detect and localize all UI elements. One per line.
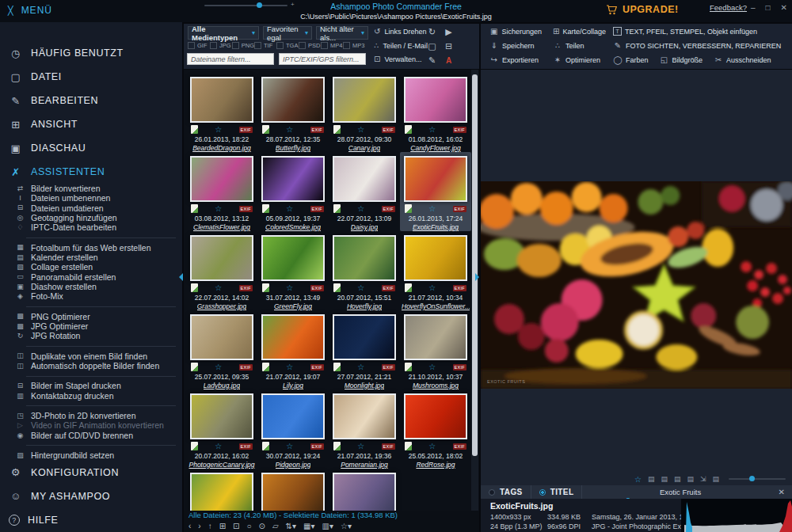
close-panel-icon[interactable]: ✕ bbox=[779, 488, 792, 496]
thumb-grasshopper-jpg[interactable]: ☆EXIF22.07.2012, 14:02Grasshopper.jpg bbox=[186, 231, 257, 310]
optimieren-button[interactable]: ✶Optimieren bbox=[553, 55, 602, 64]
thumbnail-image[interactable] bbox=[333, 156, 396, 202]
sidebar-item-konfiguration[interactable]: ⚙KONFIGURATION bbox=[0, 461, 182, 484]
thumbnail-image[interactable] bbox=[261, 473, 325, 511]
thumbnail-filename[interactable]: Butterfly.jpg bbox=[276, 144, 310, 152]
manage-button[interactable]: ⊡ Verwalten... bbox=[374, 55, 421, 63]
favorite-star-icon[interactable]: ☆ bbox=[428, 443, 436, 450]
speichern-button[interactable]: ⇓Speichern bbox=[489, 41, 542, 50]
bildgrosse-button[interactable]: ◱Bildgröße bbox=[660, 55, 703, 64]
sidebar-item-haufig-benutzt[interactable]: ◷HÄUFIG BENUTZT bbox=[0, 41, 182, 65]
ausschneiden-button[interactable]: ✂Ausschneiden bbox=[714, 55, 771, 64]
thumb-redrose-jpg[interactable]: ☆EXIF25.05.2012, 18:02RedRose.jpg bbox=[400, 390, 471, 469]
thumbnail-size-slider[interactable] bbox=[204, 5, 287, 6]
maximize-button[interactable]: □ bbox=[766, 3, 771, 12]
histogram-panel-icon[interactable]: ▤ bbox=[661, 475, 668, 483]
filetype-checkbox-mp4[interactable]: MP4 bbox=[321, 42, 343, 49]
favorite-star-icon[interactable]: ☆ bbox=[428, 126, 436, 134]
sidebar-item-diaschau[interactable]: ▣DIASCHAU bbox=[0, 136, 182, 160]
tile-view-icon[interactable]: ⊞ bbox=[219, 522, 226, 530]
thumbnail-filename[interactable]: ClematisFlower.jpg bbox=[193, 223, 250, 231]
thumbnail-image[interactable] bbox=[333, 473, 396, 511]
sidebar-item-duplikate-von-einem-bild-finden[interactable]: ◫Duplikate von einem Bild finden bbox=[0, 352, 182, 361]
sidebar-item-datei[interactable]: ▢DATEI bbox=[0, 65, 182, 89]
thumb-butterfly-jpg[interactable]: ☆EXIF28.07.2012, 12:35Butterfly.jpg bbox=[257, 73, 329, 152]
thumb-daisy-jpg[interactable]: ☆EXIF22.07.2012, 13:09Daisy.jpg bbox=[329, 152, 400, 231]
favorite-star-icon[interactable]: ☆ bbox=[215, 205, 222, 213]
sidebar-item-foto-mix[interactable]: ◈Foto-Mix bbox=[0, 291, 182, 301]
fit-view-icon[interactable]: ⊡ bbox=[233, 522, 239, 530]
favorite-star-icon[interactable]: ☆ bbox=[357, 205, 364, 213]
grid-scrollbar-thumb[interactable] bbox=[472, 74, 478, 456]
thumb-mushrooms-jpg[interactable]: ☆EXIF21.10.2012, 10:37Mushrooms.jpg bbox=[400, 310, 471, 390]
new-file-icon[interactable]: ▢ bbox=[428, 41, 436, 51]
thumbnail-image[interactable] bbox=[404, 393, 467, 439]
thumbnail-filename[interactable]: PhotogenicCanary.jpg bbox=[188, 461, 254, 469]
print-icon[interactable]: ⊟ bbox=[445, 41, 452, 51]
folder-icon[interactable]: ▱ bbox=[272, 522, 279, 530]
tab-tags[interactable]: TAGS bbox=[481, 485, 531, 499]
sort-icon[interactable]: ⇅▾ bbox=[286, 522, 296, 530]
thumbnail-filename[interactable]: CandyFlower.jpg bbox=[410, 144, 460, 152]
favorite-star-icon[interactable]: ☆ bbox=[215, 443, 222, 450]
filter-dropdown-alle-medientypen[interactable]: Alle Medientypen▾ bbox=[188, 26, 259, 40]
filetype-checkbox-png[interactable]: PNG bbox=[232, 42, 254, 49]
favorite-star-icon[interactable]: ☆ bbox=[215, 284, 222, 292]
thumbnail-filename[interactable]: ExoticFruits.jpg bbox=[413, 223, 459, 231]
sidebar-item-kontaktabzug-drucken[interactable]: ▥Kontaktabzug drucken bbox=[0, 391, 182, 401]
info-panel-icon[interactable]: ▤ bbox=[674, 475, 681, 483]
thumbnail-filename[interactable]: Mushrooms.jpg bbox=[413, 382, 459, 390]
thumb-ladybug-jpg[interactable]: ☆EXIF25.07.2012, 09:35Ladybug.jpg bbox=[186, 310, 257, 390]
thumbnail-image[interactable] bbox=[333, 393, 396, 439]
sidebar-item-bilder-im-stapel-drucken[interactable]: ⊟Bilder im Stapel drucken bbox=[0, 382, 182, 391]
sidebar-item-jpg-optimierer[interactable]: ▩JPG Optimierer bbox=[0, 321, 182, 331]
thumb-photogeniccanary-jpg[interactable]: ☆EXIF20.07.2012, 16:02PhotogenicCanary.j… bbox=[186, 390, 257, 469]
sidebar-item-ansicht[interactable]: ⊞ANSICHT bbox=[0, 112, 182, 136]
sidebar-item-geotagging-hinzufugen[interactable]: ◎Geotagging hinzufügen bbox=[0, 213, 182, 222]
thumbnail-filename[interactable]: Hoverfly.jpg bbox=[347, 302, 382, 310]
thumbnail-image[interactable] bbox=[404, 314, 467, 360]
feedback-link[interactable]: Feedback? bbox=[710, 3, 747, 12]
sidebar-item-jpg-rotation[interactable]: ↻JPG Rotation bbox=[0, 331, 182, 340]
thumb-partial[interactable]: ☆EXIF bbox=[257, 469, 329, 511]
thumb-partial[interactable]: ☆EXIF bbox=[329, 469, 400, 511]
acrobat-icon[interactable]: A bbox=[446, 56, 451, 65]
sidebar-item-automatisch-doppelte-bilder-finden[interactable]: ◫Automatisch doppelte Bilder finden bbox=[0, 361, 182, 370]
filter-dropdown-nicht-alter-als[interactable]: Nicht älter als...▾ bbox=[316, 26, 368, 40]
favorite-star-icon[interactable]: ☆ bbox=[357, 126, 364, 134]
sidebar-item-hintergrundbild-setzen[interactable]: ▨Hintergrundbild setzen bbox=[0, 450, 182, 460]
pin-panel-icon[interactable]: ▤ bbox=[712, 475, 719, 483]
thumbnail-image[interactable] bbox=[190, 393, 253, 439]
sidebar-item-3d-photo-in-2d-konvertieren[interactable]: ◳3D-Photo in 2D konvertieren bbox=[0, 411, 182, 420]
thumbnail-image[interactable] bbox=[190, 156, 253, 202]
sidebar-item-fotoalbum-fur-das-web-erstellen[interactable]: ▦Fotoalbum für das Web erstellen bbox=[0, 243, 182, 253]
thumb-hoverfly-jpg[interactable]: ☆EXIF20.07.2012, 15:51Hoverfly.jpg bbox=[329, 231, 400, 310]
favorite-star-icon[interactable]: ☆ bbox=[357, 363, 364, 371]
thumbnail-image[interactable] bbox=[333, 235, 396, 281]
preview-zoom-slider[interactable] bbox=[729, 478, 786, 480]
edit-panel-icon[interactable]: ▤ bbox=[687, 475, 694, 483]
favorite-star-icon[interactable]: ☆ bbox=[286, 205, 293, 213]
filetype-checkbox-tga[interactable]: TGA bbox=[276, 42, 299, 49]
thumbnail-filename[interactable]: Grasshopper.jpg bbox=[197, 302, 247, 310]
thumbnail-image[interactable] bbox=[333, 77, 396, 123]
thumb-beardeddragon-jpg[interactable]: ☆EXIF26.01.2013, 18:22BeardedDragon.jpg bbox=[186, 73, 257, 152]
thumbnail-view-icon[interactable]: ▦▾ bbox=[303, 522, 314, 530]
favorite-star-icon[interactable]: ☆ bbox=[634, 475, 642, 484]
metadata-filter-input[interactable] bbox=[279, 53, 366, 65]
filename-filter-input[interactable] bbox=[187, 53, 274, 65]
thumbnail-image[interactable] bbox=[190, 77, 253, 123]
favorite-star-icon[interactable]: ☆ bbox=[286, 363, 293, 371]
thumb-partial[interactable]: ☆EXIF bbox=[186, 469, 257, 511]
sidebar-item-my-ashampoo[interactable]: ☺MY ASHAMPOO bbox=[0, 484, 182, 508]
thumb-exoticfruits-jpg[interactable]: ☆EXIF26.01.2013, 17:24ExoticFruits.jpg bbox=[400, 152, 471, 231]
thumbnail-filename[interactable]: Lily.jpg bbox=[283, 382, 303, 390]
preview-zoom-slider-thumb[interactable] bbox=[749, 476, 755, 481]
thumbnail-filename[interactable]: Moonlight.jpg bbox=[345, 382, 385, 390]
favorite-star-icon[interactable]: ☆ bbox=[286, 126, 293, 134]
filetype-checkbox-jpg[interactable]: JPG bbox=[210, 42, 232, 49]
sidebar-item-dateien-umdatieren[interactable]: ⊟Dateien umdatieren bbox=[0, 203, 182, 213]
thumbnail-image[interactable] bbox=[190, 235, 253, 281]
menu-button[interactable]: ╳ MENÜ bbox=[8, 5, 52, 16]
thumbnail-filename[interactable]: ColoredSmoke.jpg bbox=[265, 223, 321, 231]
